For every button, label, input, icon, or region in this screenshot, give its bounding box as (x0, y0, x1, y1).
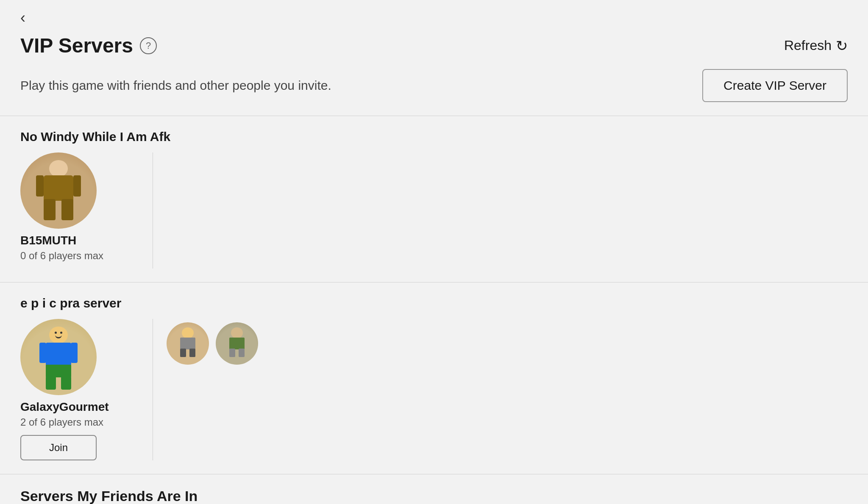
join-button[interactable]: Join (20, 435, 97, 460)
page-container: ‹ VIP Servers ? Refresh ↻ Play this game… (0, 0, 868, 504)
avatar-head (49, 160, 68, 177)
vip-title-row: VIP Servers ? Refresh ↻ (20, 34, 848, 57)
player-count: 2 of 6 players max (20, 416, 103, 428)
avatar (20, 319, 97, 395)
subtitle-row: Play this game with friends and other pe… (20, 69, 848, 102)
player-figure (173, 327, 203, 360)
server-content: GalaxyGourmet 2 of 6 players max Join (20, 319, 848, 460)
avatar-arm-right (73, 175, 81, 197)
avatar-head (49, 327, 68, 343)
server-owner-block: GalaxyGourmet 2 of 6 players max Join (20, 319, 139, 460)
avatar-leg-left (46, 376, 56, 390)
refresh-button[interactable]: Refresh ↻ (784, 37, 848, 54)
refresh-icon: ↻ (836, 37, 848, 54)
subtitle-text: Play this game with friends and other pe… (20, 78, 331, 93)
avatar-face (53, 332, 64, 338)
top-bar: ‹ (0, 0, 868, 30)
mini-leg-left (229, 349, 235, 357)
avatar-figure (31, 323, 86, 391)
mini-head (231, 327, 243, 338)
vertical-divider (153, 152, 153, 269)
avatar-smile (55, 335, 62, 338)
avatar-leg-right (61, 376, 71, 390)
header-section: VIP Servers ? Refresh ↻ Play this game w… (0, 30, 868, 116)
page-title: VIP Servers (20, 34, 133, 57)
avatar-eye-left (55, 332, 57, 334)
back-button[interactable]: ‹ (20, 10, 25, 25)
mini-body (229, 338, 245, 349)
help-icon[interactable]: ? (140, 37, 157, 54)
players-block (167, 319, 258, 365)
avatar (20, 152, 97, 229)
avatar-leg-right (61, 199, 73, 220)
player-avatar[interactable] (216, 322, 258, 365)
player-avatar[interactable] (167, 322, 209, 365)
server-name: No Windy While I Am Afk (20, 130, 848, 144)
owner-name: GalaxyGourmet (20, 400, 109, 414)
avatar-arm-left (36, 175, 44, 197)
avatar-body (44, 175, 73, 201)
player-count: 0 of 6 players max (20, 250, 103, 262)
server-item: No Windy While I Am Afk B15MUTH 0 of 6 p… (0, 116, 868, 282)
mini-leg-right (189, 349, 195, 357)
avatar-arm-left (39, 343, 46, 363)
avatar-leg-left (44, 199, 56, 220)
avatar-arm-right (71, 343, 78, 363)
mini-leg-left (180, 349, 186, 357)
server-owner-block: B15MUTH 0 of 6 players max (20, 152, 139, 269)
avatar-pants (46, 365, 71, 377)
friends-section-title: Servers My Friends Are In (20, 488, 848, 504)
refresh-label: Refresh (784, 38, 832, 53)
player-figure (222, 327, 252, 360)
create-vip-button[interactable]: Create VIP Server (702, 69, 848, 102)
avatar-torso (46, 343, 71, 366)
server-item: e p i c pra server (0, 282, 868, 474)
owner-name: B15MUTH (20, 234, 76, 247)
mini-leg-right (239, 349, 245, 357)
friends-section: Servers My Friends Are In (0, 474, 868, 504)
server-name: e p i c pra server (20, 296, 848, 310)
avatar-eye-right (60, 332, 62, 334)
server-content: B15MUTH 0 of 6 players max (20, 152, 848, 269)
mini-body (180, 338, 195, 349)
avatar-figure (31, 157, 86, 224)
vertical-divider (153, 319, 153, 460)
mini-head (182, 327, 194, 338)
